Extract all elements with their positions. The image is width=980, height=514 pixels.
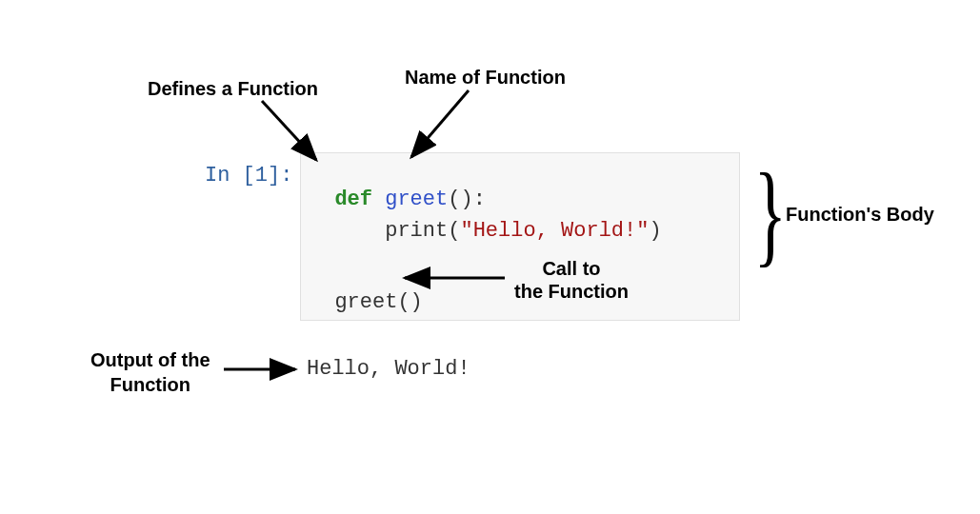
input-prompt: In [1]:: [205, 164, 292, 188]
brace-icon: }: [754, 157, 788, 271]
label-output-of-function: Output of the Function: [90, 347, 210, 397]
string-literal: "Hello, World!": [460, 219, 649, 243]
label-call-to-function: Call to the Function: [514, 257, 629, 303]
call-function-name: greet: [334, 290, 397, 314]
label-name-of-function: Name of Function: [405, 67, 566, 89]
call-parens: (): [397, 290, 422, 314]
label-functions-body: Function's Body: [786, 204, 934, 226]
label-defines-function: Defines a Function: [148, 78, 318, 100]
print-builtin: print: [385, 219, 448, 243]
call-open-paren: (: [448, 219, 460, 243]
indent: [334, 219, 385, 243]
code-line-call: greet(): [310, 267, 423, 314]
arrow-name: [411, 90, 469, 157]
output-text: Hello, World!: [307, 357, 470, 381]
arrow-defines: [262, 101, 316, 160]
call-close-paren: ): [649, 219, 661, 243]
code-line-2: print("Hello, World!"): [310, 195, 662, 243]
